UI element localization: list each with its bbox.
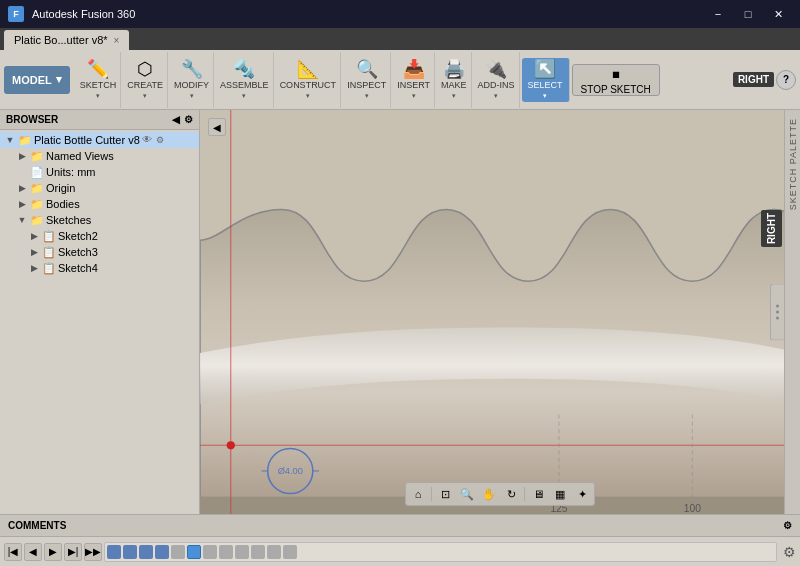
select-group[interactable]: ↖️ SELECT ▾ — [522, 58, 570, 102]
modify-label: MODIFY — [174, 80, 209, 90]
browser-controls: ◀ ⚙ — [172, 114, 193, 125]
nav-left-arrow[interactable]: ◀ — [208, 118, 226, 136]
modify-arrow: ▾ — [190, 92, 194, 100]
tree-item-sketch3[interactable]: ▶ 📋 Sketch3 — [0, 244, 199, 260]
addins-group[interactable]: 🔌 ADD-INS ▾ — [474, 52, 520, 108]
create-group[interactable]: ⬡ CREATE ▾ — [123, 52, 168, 108]
timeline-marker-1[interactable] — [107, 545, 121, 559]
construct-group[interactable]: 📐 CONSTRUCT ▾ — [276, 52, 342, 108]
file-tab[interactable]: Platic Bo...utter v8* × — [4, 30, 129, 50]
select-label: SELECT — [528, 80, 563, 90]
sketch4-icon: 📋 — [42, 261, 56, 275]
named-views-icon: 📁 — [30, 149, 44, 163]
home-view-button[interactable]: ⌂ — [408, 485, 428, 503]
effects-button[interactable]: ✦ — [572, 485, 592, 503]
sketches-icon: 📁 — [30, 213, 44, 227]
tree-item-named-views[interactable]: ▶ 📁 Named Views — [0, 148, 199, 164]
browser-collapse-icon[interactable]: ◀ — [172, 114, 180, 125]
insert-label: INSERT — [397, 80, 430, 90]
timeline-marker-8[interactable] — [219, 545, 233, 559]
timeline-marker-11[interactable] — [267, 545, 281, 559]
insert-group[interactable]: 📥 INSERT ▾ — [393, 52, 435, 108]
close-button[interactable]: ✕ — [764, 5, 792, 23]
timeline-marker-active[interactable] — [187, 545, 201, 559]
right-panel-handle[interactable] — [770, 284, 784, 341]
timeline-marker-2[interactable] — [123, 545, 137, 559]
timeline-marker-9[interactable] — [235, 545, 249, 559]
comments-settings-icon[interactable]: ⚙ — [783, 520, 792, 531]
tree-item-sketch2[interactable]: ▶ 📋 Sketch2 — [0, 228, 199, 244]
browser-settings-icon[interactable]: ⚙ — [184, 114, 193, 125]
fit-view-button[interactable]: ⊡ — [435, 485, 455, 503]
addins-icon: 🔌 — [485, 60, 507, 78]
origin-label: Origin — [46, 182, 75, 194]
sketch3-label: Sketch3 — [58, 246, 98, 258]
modify-group[interactable]: 🔧 MODIFY ▾ — [170, 52, 214, 108]
timeline-track[interactable] — [104, 542, 777, 562]
display-mode-button[interactable]: ▦ — [550, 485, 570, 503]
tree-root[interactable]: ▼ 📁 Platic Bottle Cutter v8 👁 ⚙ — [0, 132, 199, 148]
tree-item-sketches[interactable]: ▼ 📁 Sketches — [0, 212, 199, 228]
app-icon: F — [8, 6, 24, 22]
timeline-marker-4[interactable] — [155, 545, 169, 559]
timeline-marker-3[interactable] — [139, 545, 153, 559]
model-label: MODEL — [12, 74, 52, 86]
help-button[interactable]: ? — [776, 70, 796, 90]
model-button[interactable]: MODEL ▾ — [4, 66, 70, 94]
addins-label: ADD-INS — [478, 80, 515, 90]
timeline-marker-5[interactable] — [171, 545, 185, 559]
stop-sketch-label: STOP SKETCH — [581, 84, 651, 95]
bodies-arrow: ▶ — [16, 199, 28, 209]
tree-item-units[interactable]: 📄 Units: mm — [0, 164, 199, 180]
timeline-end-button[interactable]: ▶▶ — [84, 543, 102, 561]
timeline-start-button[interactable]: |◀ — [4, 543, 22, 561]
viewport[interactable]: 125 100 Ø4.00 ◀ RIGHT SKETCH PALETTE — [200, 110, 800, 514]
app-title: Autodesk Fusion 360 — [32, 8, 135, 20]
tree-item-bodies[interactable]: ▶ 📁 Bodies — [0, 196, 199, 212]
inspect-arrow: ▾ — [365, 92, 369, 100]
sketch-icon: ✏️ — [87, 60, 109, 78]
timeline-marker-10[interactable] — [251, 545, 265, 559]
tree-item-sketch4[interactable]: ▶ 📋 Sketch4 — [0, 260, 199, 276]
svg-point-8 — [227, 441, 235, 449]
tree-item-origin[interactable]: ▶ 📁 Origin — [0, 180, 199, 196]
make-arrow: ▾ — [452, 92, 456, 100]
timeline-marker-12[interactable] — [283, 545, 297, 559]
view-options-button[interactable]: 🖥 — [528, 485, 548, 503]
timeline-prev-button[interactable]: ◀ — [24, 543, 42, 561]
sketch2-icon: 📋 — [42, 229, 56, 243]
tab-close-button[interactable]: × — [114, 35, 120, 46]
root-eye-icon[interactable]: 👁 — [142, 134, 154, 146]
units-label: Units: mm — [46, 166, 96, 178]
pan-button[interactable]: ✋ — [479, 485, 499, 503]
stop-sketch-button[interactable]: ⏹ STOP SKETCH — [572, 64, 660, 96]
timeline-marker-7[interactable] — [203, 545, 217, 559]
inspect-group[interactable]: 🔍 INSPECT ▾ — [343, 52, 391, 108]
zoom-button[interactable]: 🔍 — [457, 485, 477, 503]
model-svg: 125 100 Ø4.00 — [200, 110, 800, 514]
model-dropdown-arrow: ▾ — [56, 73, 62, 86]
sketch-group[interactable]: ✏️ SKETCH ▾ — [76, 52, 122, 108]
inspect-icon: 🔍 — [356, 60, 378, 78]
timeline-settings-button[interactable]: ⚙ — [783, 544, 796, 560]
insert-icon: 📥 — [403, 60, 425, 78]
origin-icon: 📁 — [30, 181, 44, 195]
timeline-play-button[interactable]: ▶ — [44, 543, 62, 561]
sketch2-label: Sketch2 — [58, 230, 98, 242]
root-settings-icon[interactable]: ⚙ — [156, 135, 164, 145]
maximize-button[interactable]: □ — [734, 5, 762, 23]
assemble-group[interactable]: 🔩 ASSEMBLE ▾ — [216, 52, 274, 108]
sketch3-arrow: ▶ — [28, 247, 40, 257]
timeline-next-button[interactable]: ▶| — [64, 543, 82, 561]
titlebar: F Autodesk Fusion 360 − □ ✕ — [0, 0, 800, 28]
title-left: F Autodesk Fusion 360 — [8, 6, 135, 22]
create-arrow: ▾ — [143, 92, 147, 100]
minimize-button[interactable]: − — [704, 5, 732, 23]
root-folder-icon: 📁 — [18, 133, 32, 147]
comments-controls: ⚙ — [783, 520, 792, 531]
handle-dots — [776, 305, 779, 320]
right-view-label: RIGHT — [761, 210, 782, 247]
orbit-button[interactable]: ↻ — [501, 485, 521, 503]
make-group[interactable]: 🖨️ MAKE ▾ — [437, 52, 472, 108]
modify-icon: 🔧 — [181, 60, 203, 78]
